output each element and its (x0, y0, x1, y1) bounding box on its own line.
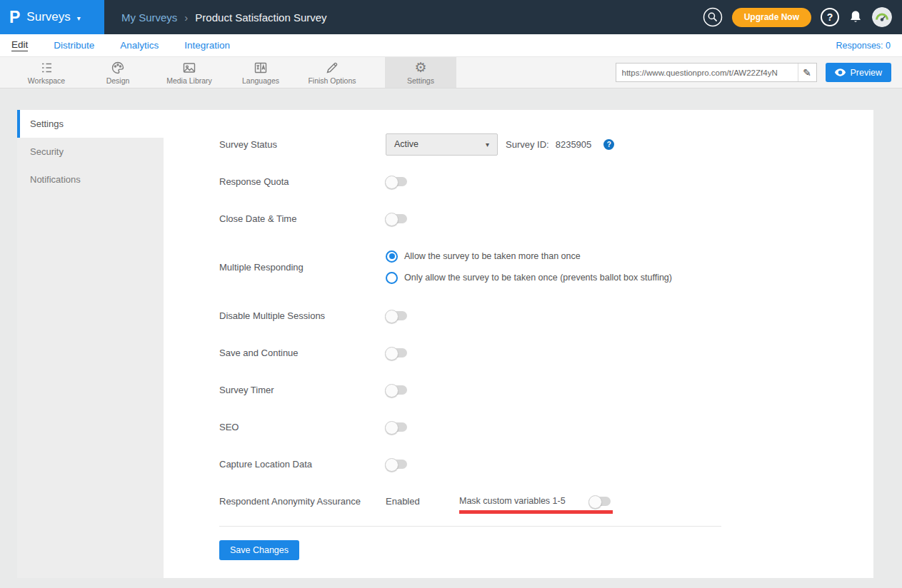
disable-multiple-sessions-row: Disable Multiple Sessions (219, 297, 873, 334)
toolbar-label: Workspace (28, 76, 65, 85)
radio-option-once[interactable]: Only allow the survey to be taken once (… (386, 272, 672, 284)
responses-count: Responses: 0 (836, 41, 891, 51)
product-switcher[interactable]: P Surveys ▾ (0, 0, 104, 34)
toolbar-item-design[interactable]: Design (82, 57, 154, 88)
toolbar-label: Design (106, 76, 130, 85)
image-icon (182, 61, 196, 75)
content-area: Settings Security Notifications Survey S… (0, 88, 902, 588)
respondent-anonymity-label: Respondent Anonymity Assurance (219, 496, 386, 507)
sidebar-item-settings[interactable]: Settings (17, 110, 164, 138)
highlight-underline (459, 510, 613, 514)
edit-toolbar: Workspace Design Media Library Languages (0, 56, 902, 88)
seo-toggle[interactable] (386, 422, 407, 432)
tab-distribute[interactable]: Distribute (54, 40, 94, 51)
toolbar-right: ✎ Preview (616, 57, 902, 88)
response-quota-toggle[interactable] (386, 177, 407, 186)
survey-id-value: 8235905 (556, 139, 592, 150)
close-date-time-label: Close Date & Time (219, 213, 386, 224)
survey-url-field: ✎ (616, 63, 817, 82)
survey-id-label: Survey ID: (506, 139, 549, 150)
survey-timer-row: Survey Timer (219, 371, 873, 408)
save-and-continue-toggle[interactable] (386, 348, 407, 358)
settings-card: Settings Security Notifications Survey S… (17, 110, 873, 578)
survey-status-label: Survey Status (219, 139, 386, 150)
edit-url-button[interactable]: ✎ (798, 64, 816, 81)
radio-option-label: Allow the survey to be taken more than o… (404, 251, 581, 261)
gear-icon: ⚙ (414, 61, 426, 75)
pencil-icon: ✎ (803, 67, 811, 78)
breadcrumb-current-survey: Product Satisfaction Survey (195, 11, 326, 24)
sidebar-item-security[interactable]: Security (17, 138, 164, 166)
toolbar-item-languages[interactable]: Languages (225, 57, 296, 88)
palette-icon (111, 61, 125, 75)
topbar: P Surveys ▾ My Surveys › Product Satisfa… (0, 0, 902, 34)
pen-icon (325, 61, 339, 75)
radio-option-multiple[interactable]: Allow the survey to be taken more than o… (386, 250, 672, 263)
search-icon[interactable] (703, 7, 723, 27)
toolbar-item-finish-options[interactable]: Finish Options (296, 57, 368, 88)
toolbar-label: Media Library (166, 76, 212, 85)
survey-status-dropdown[interactable]: Active ▾ (386, 133, 498, 156)
survey-id-help-icon[interactable]: ? (603, 139, 614, 150)
translate-icon (254, 61, 268, 75)
response-quota-label: Response Quota (219, 176, 386, 187)
tab-edit[interactable]: Edit (11, 39, 28, 51)
capture-location-toggle[interactable] (386, 460, 407, 469)
toolbar-label: Settings (407, 76, 434, 85)
toolbar-label: Languages (242, 76, 279, 85)
mask-custom-variables-toggle[interactable] (589, 497, 611, 506)
tab-analytics[interactable]: Analytics (120, 40, 159, 51)
eye-icon (835, 69, 846, 76)
notifications-bell-icon[interactable] (848, 9, 863, 25)
response-quota-row: Response Quota (219, 163, 873, 200)
save-and-continue-label: Save and Continue (219, 348, 386, 358)
toolbar-label: Finish Options (308, 76, 356, 85)
help-icon[interactable]: ? (821, 8, 839, 26)
anonymity-status: Enabled (386, 496, 459, 507)
survey-status-value: Active (394, 139, 419, 149)
toolbar-item-settings[interactable]: ⚙ Settings (385, 57, 456, 88)
upgrade-now-button[interactable]: Upgrade Now (732, 8, 811, 27)
radio-selected-icon[interactable] (386, 250, 398, 263)
chevron-down-icon: ▾ (77, 14, 81, 22)
seo-label: SEO (219, 422, 386, 432)
save-changes-button[interactable]: Save Changes (219, 540, 299, 560)
seo-row: SEO (219, 408, 873, 445)
breadcrumb-separator: › (184, 11, 188, 24)
avatar[interactable] (872, 7, 892, 27)
multiple-responding-label: Multiple Responding (219, 262, 386, 273)
sidebar-item-notifications[interactable]: Notifications (17, 166, 164, 193)
survey-timer-toggle[interactable] (386, 385, 407, 395)
breadcrumb: My Surveys › Product Satisfaction Survey (121, 11, 327, 24)
save-and-continue-row: Save and Continue (219, 334, 873, 371)
toolbar-item-workspace[interactable]: Workspace (11, 57, 82, 88)
close-date-time-toggle[interactable] (386, 214, 407, 223)
close-date-time-row: Close Date & Time (219, 200, 873, 237)
chevron-down-icon: ▾ (486, 141, 489, 148)
tab-integration[interactable]: Integration (184, 40, 230, 51)
questionpro-logo: P (9, 9, 20, 26)
radio-option-label: Only allow the survey to be taken once (… (404, 273, 672, 283)
preview-label: Preview (851, 68, 882, 78)
survey-nav-tabs: Edit Distribute Analytics Integration Re… (0, 34, 902, 56)
mask-custom-variables-label: Mask custom variables 1-5 (459, 496, 589, 506)
survey-timer-label: Survey Timer (219, 385, 386, 395)
toolbar-item-media-library[interactable]: Media Library (154, 57, 225, 88)
product-name: Surveys (26, 10, 70, 24)
multiple-responding-row: Multiple Responding Allow the survey to … (219, 237, 873, 297)
survey-url-input[interactable] (616, 64, 798, 81)
breadcrumb-my-surveys[interactable]: My Surveys (121, 11, 177, 24)
divider (219, 526, 721, 527)
respondent-anonymity-row: Respondent Anonymity Assurance Enabled M… (219, 482, 873, 519)
topbar-actions: Upgrade Now ? (703, 7, 902, 27)
multiple-responding-options: Allow the survey to be taken more than o… (386, 250, 672, 284)
preview-button[interactable]: Preview (826, 63, 891, 82)
radio-unselected-icon[interactable] (386, 272, 398, 284)
settings-sidebar: Settings Security Notifications (17, 110, 164, 578)
workspace-icon (39, 61, 54, 75)
capture-location-label: Capture Location Data (219, 459, 386, 470)
disable-multiple-sessions-label: Disable Multiple Sessions (219, 310, 386, 321)
survey-status-row: Survey Status Active ▾ Survey ID: 823590… (219, 126, 873, 163)
capture-location-row: Capture Location Data (219, 445, 873, 482)
disable-multiple-sessions-toggle[interactable] (386, 311, 407, 320)
